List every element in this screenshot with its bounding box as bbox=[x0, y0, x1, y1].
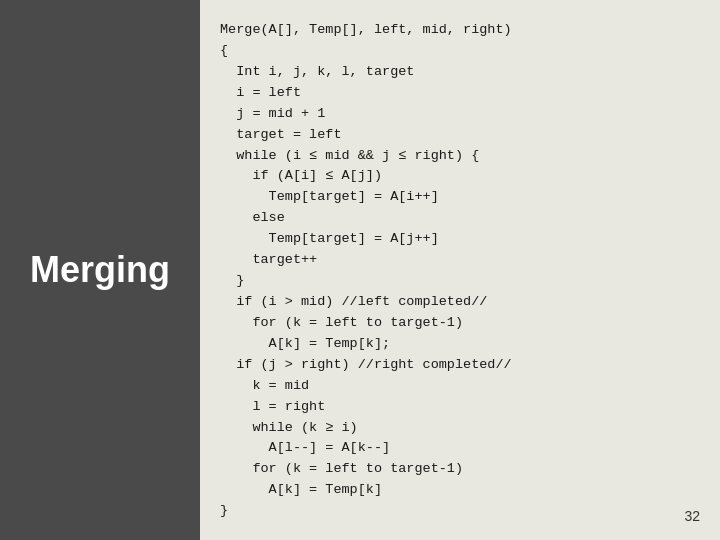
slide-title: Merging bbox=[30, 249, 170, 291]
content-panel: Merge(A[], Temp[], left, mid, right) { I… bbox=[200, 0, 720, 540]
slide: Merging Merge(A[], Temp[], left, mid, ri… bbox=[0, 0, 720, 540]
title-panel: Merging bbox=[0, 0, 200, 540]
code-block: Merge(A[], Temp[], left, mid, right) { I… bbox=[220, 20, 696, 522]
page-number: 32 bbox=[684, 508, 700, 524]
